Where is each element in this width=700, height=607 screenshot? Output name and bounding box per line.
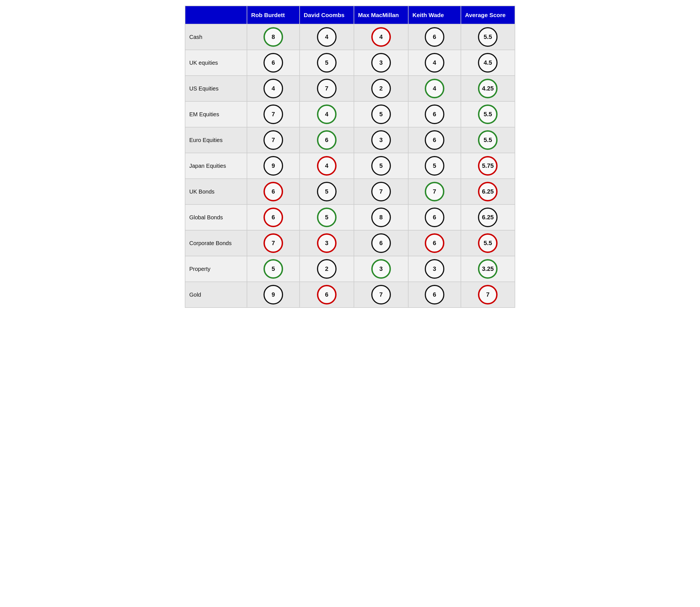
score-circle: 7	[263, 104, 283, 124]
table-row: UK equities65344.5	[185, 50, 515, 76]
score-circle: 3	[317, 233, 337, 253]
row-label: US Equities	[185, 76, 247, 101]
cell-r2-c3: 4	[408, 76, 461, 101]
score-circle: 2	[317, 259, 337, 279]
cell-r0-c3: 6	[408, 24, 461, 50]
score-circle: 4	[317, 104, 337, 124]
score-circle: 5.5	[478, 130, 497, 150]
cell-r1-c2: 3	[354, 50, 408, 76]
score-circle: 5.75	[478, 156, 497, 175]
score-circle: 6	[263, 182, 283, 202]
cell-r6-c4: 6.25	[461, 179, 515, 205]
cell-r8-c1: 3	[300, 230, 354, 256]
row-label: Gold	[185, 282, 247, 308]
cell-r0-c2: 4	[354, 24, 408, 50]
cell-r10-c4: 7	[461, 282, 515, 308]
score-circle: 9	[263, 156, 283, 175]
cell-r1-c0: 6	[247, 50, 300, 76]
score-circle: 4	[425, 79, 444, 98]
cell-r1-c1: 5	[300, 50, 354, 76]
cell-r10-c3: 6	[408, 282, 461, 308]
table-row: EM Equities74565.5	[185, 101, 515, 127]
row-label: UK equities	[185, 50, 247, 76]
cell-r2-c0: 4	[247, 76, 300, 101]
cell-r5-c1: 4	[300, 153, 354, 179]
cell-r10-c0: 9	[247, 282, 300, 308]
score-circle: 8	[371, 208, 391, 227]
table-row: Global Bonds65866.25	[185, 205, 515, 230]
score-circle: 7	[317, 79, 337, 98]
header-col-1: Rob Burdett	[247, 6, 300, 24]
score-circle: 5	[425, 156, 444, 175]
cell-r9-c0: 5	[247, 256, 300, 282]
score-circle: 4	[425, 53, 444, 72]
header-col-3: Max MacMillan	[354, 6, 408, 24]
cell-r8-c4: 5.5	[461, 230, 515, 256]
cell-r4-c4: 5.5	[461, 127, 515, 153]
cell-r9-c3: 3	[408, 256, 461, 282]
table-row: US Equities47244.25	[185, 76, 515, 101]
score-circle: 6	[371, 233, 391, 253]
score-circle: 6	[425, 208, 444, 227]
cell-r9-c2: 3	[354, 256, 408, 282]
score-circle: 4	[317, 156, 337, 175]
table-row: Cash84465.5	[185, 24, 515, 50]
score-circle: 6	[425, 27, 444, 47]
cell-r7-c2: 8	[354, 205, 408, 230]
cell-r5-c3: 5	[408, 153, 461, 179]
score-circle: 6.25	[478, 182, 497, 202]
cell-r3-c4: 5.5	[461, 101, 515, 127]
cell-r0-c0: 8	[247, 24, 300, 50]
cell-r8-c0: 7	[247, 230, 300, 256]
score-circle: 5.5	[478, 27, 497, 47]
cell-r5-c0: 9	[247, 153, 300, 179]
cell-r9-c1: 2	[300, 256, 354, 282]
cell-r6-c3: 7	[408, 179, 461, 205]
cell-r10-c1: 6	[300, 282, 354, 308]
cell-r6-c2: 7	[354, 179, 408, 205]
score-circle: 7	[425, 182, 444, 202]
main-table-wrapper: Rob Burdett David Coombs Max MacMillan K…	[185, 6, 515, 308]
score-circle: 2	[371, 79, 391, 98]
score-circle: 7	[263, 130, 283, 150]
score-circle: 4	[263, 79, 283, 98]
cell-r4-c3: 6	[408, 127, 461, 153]
cell-r0-c1: 4	[300, 24, 354, 50]
score-circle: 8	[263, 27, 283, 47]
score-circle: 4	[371, 27, 391, 47]
cell-r10-c2: 7	[354, 282, 408, 308]
row-label: EM Equities	[185, 101, 247, 127]
table-row: Corporate Bonds73665.5	[185, 230, 515, 256]
cell-r1-c4: 4.5	[461, 50, 515, 76]
cell-r4-c0: 7	[247, 127, 300, 153]
header-col-2: David Coombs	[300, 6, 354, 24]
cell-r8-c2: 6	[354, 230, 408, 256]
cell-r6-c1: 5	[300, 179, 354, 205]
score-circle: 7	[478, 285, 497, 305]
score-circle: 5	[317, 53, 337, 72]
table-row: UK Bonds65776.25	[185, 179, 515, 205]
cell-r5-c4: 5.75	[461, 153, 515, 179]
scores-table: Rob Burdett David Coombs Max MacMillan K…	[185, 6, 515, 308]
cell-r3-c3: 6	[408, 101, 461, 127]
cell-r3-c1: 4	[300, 101, 354, 127]
cell-r2-c1: 7	[300, 76, 354, 101]
cell-r1-c3: 4	[408, 50, 461, 76]
score-circle: 5	[263, 259, 283, 279]
score-circle: 6	[425, 104, 444, 124]
score-circle: 7	[371, 182, 391, 202]
table-row: Gold96767	[185, 282, 515, 308]
score-circle: 5	[371, 156, 391, 175]
cell-r3-c2: 5	[354, 101, 408, 127]
row-label: Japan Equities	[185, 153, 247, 179]
cell-r2-c2: 2	[354, 76, 408, 101]
row-label: UK Bonds	[185, 179, 247, 205]
score-circle: 3	[371, 130, 391, 150]
header-col-0	[185, 6, 247, 24]
header-col-4: Keith Wade	[408, 6, 461, 24]
score-circle: 4.25	[478, 79, 497, 98]
score-circle: 6.25	[478, 208, 497, 227]
cell-r3-c0: 7	[247, 101, 300, 127]
score-circle: 4	[317, 27, 337, 47]
score-circle: 3.25	[478, 259, 497, 279]
